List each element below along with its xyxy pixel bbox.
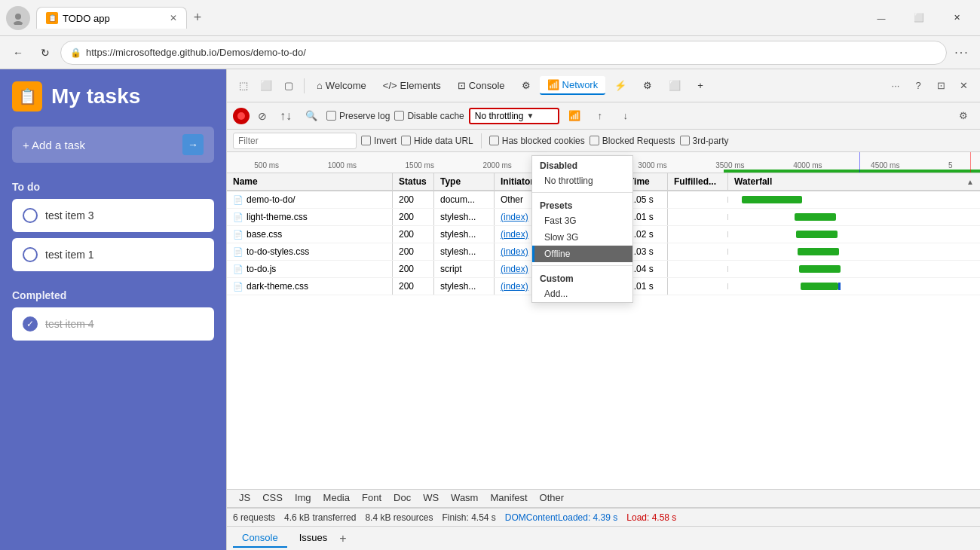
- tab-welcome[interactable]: ⌂ Welcome: [309, 77, 374, 94]
- blocked-requests-label[interactable]: Blocked Requests: [590, 136, 675, 146]
- network-subtabs: JS CSS Img Media Font Doc WS Wasm Manife…: [227, 489, 980, 508]
- search-network-btn[interactable]: 🔍: [301, 105, 322, 127]
- todo-sidebar: 📋 My tasks + Add a task → To do test ite…: [0, 69, 226, 550]
- svg-point-0: [15, 14, 21, 20]
- tab-elements[interactable]: </> Elements: [375, 77, 449, 94]
- tab-network[interactable]: 📶 Network: [540, 76, 606, 95]
- add-task-btn[interactable]: + Add a task →: [12, 127, 214, 163]
- waterfall-bar-3: [796, 231, 838, 238]
- dd-custom-header: Custom: [532, 269, 632, 286]
- row-5-type: script: [434, 261, 495, 277]
- screen-icon: ⬜: [669, 80, 681, 91]
- has-blocked-label[interactable]: Has blocked cookies: [489, 136, 585, 146]
- new-tab-btn[interactable]: +: [187, 8, 208, 29]
- tab-debugger[interactable]: ⚙: [514, 77, 538, 94]
- dd-no-throttling[interactable]: No throttling: [532, 173, 632, 189]
- download-icon[interactable]: ↓: [615, 105, 636, 127]
- waterfall-bar-4: [798, 248, 839, 255]
- subtab-doc[interactable]: Doc: [387, 490, 417, 507]
- minimize-btn[interactable]: —: [864, 6, 899, 30]
- sort-arrow-icon[interactable]: ▲: [966, 178, 974, 186]
- timeline-label-2000: 2000 ms: [482, 161, 511, 170]
- todo-item-text-1: test item 3: [45, 209, 94, 222]
- tab-settings2[interactable]: ⚙: [635, 77, 660, 94]
- back-btn[interactable]: ←: [6, 41, 30, 65]
- profile-icon[interactable]: [6, 6, 30, 30]
- todo-item-1[interactable]: test item 3: [12, 199, 214, 232]
- network-icon: 📶: [547, 79, 559, 90]
- online-icon[interactable]: 📶: [564, 105, 585, 127]
- subtab-media[interactable]: Media: [317, 490, 356, 507]
- fetch-xhr-btn[interactable]: ↑↓: [275, 105, 296, 127]
- row-4-waterfall: [728, 245, 980, 258]
- row-2-name: 📄light-theme.css: [227, 209, 393, 225]
- invert-checkbox[interactable]: [361, 136, 371, 145]
- timeline-label-1000: 1000 ms: [328, 161, 357, 170]
- tab-console[interactable]: ⊡ Console: [450, 77, 513, 94]
- preserve-log-label[interactable]: Preserve log: [326, 111, 390, 121]
- status-bar: 6 requests 4.6 kB transferred 8.4 kB res…: [227, 508, 980, 526]
- has-blocked-checkbox[interactable]: [489, 136, 499, 145]
- browser-tab[interactable]: 📋 TODO app ✕: [36, 7, 187, 29]
- disable-cache-checkbox[interactable]: [394, 111, 404, 121]
- dd-offline[interactable]: Offline: [532, 246, 632, 262]
- devtools-help-btn[interactable]: ?: [908, 75, 929, 96]
- todo-circle-checked-1[interactable]: [23, 316, 38, 332]
- devtools-panel: ⬚ ⬜ ▢ ⌂ Welcome </> Elements ⊡ Console ⚙: [226, 69, 980, 550]
- third-party-label[interactable]: 3rd-party: [680, 136, 729, 146]
- browser-more-btn[interactable]: ···: [950, 41, 974, 65]
- todo-item-2[interactable]: test item 1: [12, 238, 214, 271]
- third-party-checkbox[interactable]: [680, 136, 690, 145]
- todo-item-completed-1[interactable]: test item 4: [12, 307, 214, 341]
- tab-console-label: Console: [469, 80, 505, 91]
- filter-input[interactable]: [233, 133, 357, 149]
- subtab-js[interactable]: JS: [233, 490, 256, 507]
- subtab-other[interactable]: Other: [534, 490, 571, 507]
- maximize-btn[interactable]: ⬜: [902, 6, 936, 30]
- tab-screen[interactable]: ⬜: [661, 77, 688, 94]
- disable-cache-label[interactable]: Disable cache: [394, 111, 464, 121]
- preserve-log-checkbox[interactable]: [326, 111, 336, 121]
- bottom-tab-console[interactable]: Console: [233, 529, 287, 548]
- blocked-requests-checkbox[interactable]: [590, 136, 599, 145]
- tab-performance[interactable]: ⚡: [607, 77, 634, 94]
- hide-data-url-checkbox[interactable]: [401, 136, 411, 145]
- todo-circle-2[interactable]: [23, 247, 38, 262]
- refresh-btn[interactable]: ↻: [33, 41, 57, 65]
- tab-close-btn[interactable]: ✕: [170, 13, 177, 23]
- subtab-ws[interactable]: WS: [417, 490, 445, 507]
- inspect-icon[interactable]: ⬚: [233, 75, 254, 96]
- close-btn[interactable]: ✕: [939, 6, 974, 30]
- todo-header: 📋 My tasks: [12, 81, 214, 112]
- devtools-more-btn[interactable]: ···: [885, 75, 906, 96]
- clear-btn[interactable]: ⊘: [254, 108, 271, 124]
- upload-icon[interactable]: ↑: [590, 105, 611, 127]
- url-bar[interactable]: 🔒 https://microsoftedge.github.io/Demos/…: [60, 41, 947, 65]
- todo-section-title: To do: [12, 181, 214, 193]
- subtab-img[interactable]: Img: [289, 490, 317, 507]
- subtab-wasm[interactable]: Wasm: [445, 490, 484, 507]
- dd-fast-3g[interactable]: Fast 3G: [532, 212, 632, 229]
- hide-data-url-label[interactable]: Hide data URL: [401, 136, 473, 146]
- devtools-dock-btn[interactable]: ⊡: [930, 75, 951, 96]
- dd-slow-3g[interactable]: Slow 3G: [532, 229, 632, 246]
- todo-circle-1[interactable]: [23, 208, 38, 223]
- invert-label[interactable]: Invert: [361, 136, 397, 146]
- screencast-icon[interactable]: ▢: [278, 75, 299, 96]
- record-btn[interactable]: [233, 108, 250, 124]
- network-settings-btn[interactable]: ⚙: [953, 105, 974, 127]
- bottom-tab-add-btn[interactable]: +: [339, 532, 346, 545]
- bottom-tab-issues[interactable]: Issues: [290, 529, 337, 548]
- subtab-css[interactable]: CSS: [256, 490, 289, 507]
- devtools-toolbar: ⬚ ⬜ ▢ ⌂ Welcome </> Elements ⊡ Console ⚙: [227, 69, 980, 102]
- throttle-select[interactable]: No throttling ▼: [469, 108, 559, 124]
- tab-add[interactable]: +: [690, 77, 711, 94]
- dd-add[interactable]: Add...: [532, 286, 632, 302]
- row-3-name: 📄base.css: [227, 226, 393, 243]
- timeline-green-bar: [724, 170, 980, 173]
- device-icon[interactable]: ⬜: [256, 75, 277, 96]
- subtab-font[interactable]: Font: [356, 490, 387, 507]
- subtab-manifest[interactable]: Manifest: [484, 490, 533, 507]
- row-3-type: stylesh...: [434, 226, 495, 243]
- devtools-close-btn[interactable]: ✕: [953, 75, 974, 96]
